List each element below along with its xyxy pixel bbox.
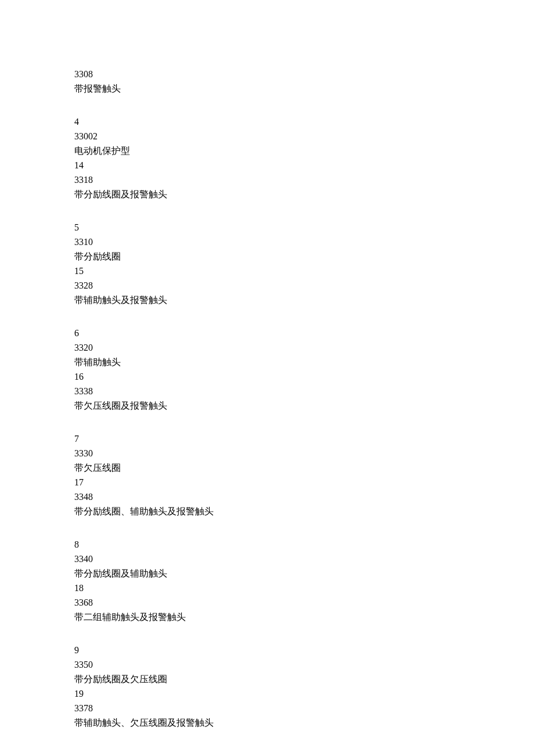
text-line: 19	[74, 686, 534, 701]
text-group: 3308带报警触头	[74, 67, 534, 96]
text-line: 带分励线圈、辅助触头及报警触头	[74, 504, 534, 519]
text-line: 3350	[74, 657, 534, 672]
text-line: 带二组辅助触头及报警触头	[74, 610, 534, 624]
text-line: 带分励线圈及报警触头	[74, 187, 534, 201]
text-line: 3348	[74, 489, 534, 504]
text-line: 3320	[74, 340, 534, 355]
text-line: 3308	[74, 67, 534, 81]
text-line: 9	[74, 643, 534, 657]
text-line: 带欠压线圈	[74, 460, 534, 475]
text-line: 3368	[74, 595, 534, 610]
text-line: 33002	[74, 129, 534, 143]
text-line: 带辅助触头	[74, 355, 534, 369]
text-line: 带报警触头	[74, 81, 534, 96]
text-line: 带辅助触头及报警触头	[74, 293, 534, 307]
text-group: 53310带分励线圈153328带辅助触头及报警触头	[74, 220, 534, 307]
text-group: 93350带分励线圈及欠压线圈193378带辅助触头、欠压线圈及报警触头	[74, 643, 534, 730]
text-line: 3338	[74, 384, 534, 398]
text-group: 83340带分励线圈及辅助触头183368带二组辅助触头及报警触头	[74, 537, 534, 624]
text-line: 18	[74, 581, 534, 595]
text-line: 8	[74, 537, 534, 552]
text-group: 433002电动机保护型143318带分励线圈及报警触头	[74, 114, 534, 201]
text-line: 14	[74, 158, 534, 172]
text-line: 带辅助触头、欠压线圈及报警触头	[74, 715, 534, 730]
text-group: 63320带辅助触头163338带欠压线圈及报警触头	[74, 326, 534, 413]
text-line: 15	[74, 264, 534, 278]
text-line: 带分励线圈	[74, 249, 534, 264]
text-line: 6	[74, 326, 534, 340]
document-body: 3308带报警触头433002电动机保护型143318带分励线圈及报警触头533…	[74, 67, 534, 730]
text-line: 3328	[74, 278, 534, 293]
text-line: 3340	[74, 552, 534, 566]
text-line: 3330	[74, 446, 534, 460]
text-line: 17	[74, 475, 534, 489]
text-group: 73330带欠压线圈173348带分励线圈、辅助触头及报警触头	[74, 431, 534, 519]
text-line: 3310	[74, 235, 534, 249]
text-line: 7	[74, 431, 534, 446]
text-line: 带分励线圈及欠压线圈	[74, 672, 534, 686]
text-line: 16	[74, 369, 534, 384]
text-line: 带分励线圈及辅助触头	[74, 566, 534, 581]
text-line: 3318	[74, 172, 534, 187]
text-line: 4	[74, 114, 534, 129]
text-line: 3378	[74, 701, 534, 715]
text-line: 带欠压线圈及报警触头	[74, 398, 534, 413]
text-line: 电动机保护型	[74, 143, 534, 158]
text-line: 5	[74, 220, 534, 235]
